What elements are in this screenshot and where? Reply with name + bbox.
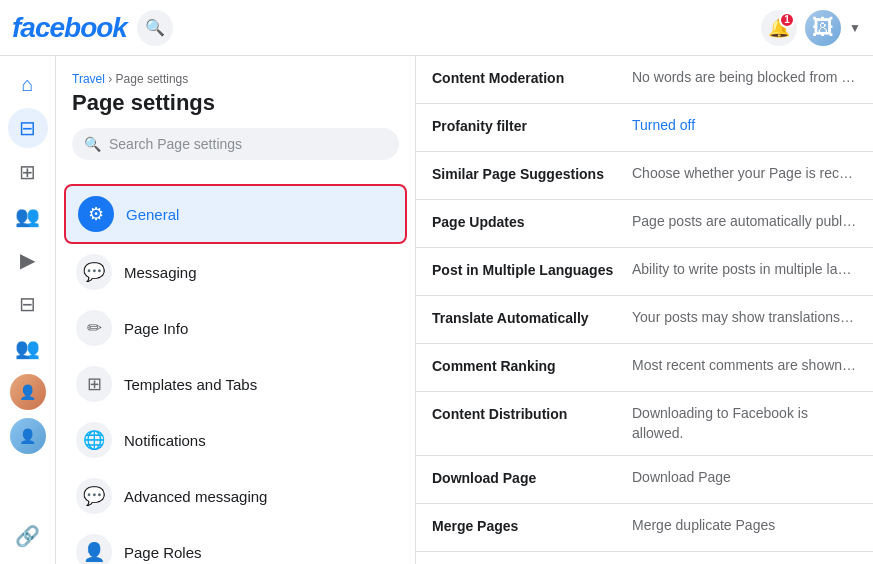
link-icon: 🔗 [15, 524, 40, 548]
label-merge-pages: Merge Pages [432, 516, 632, 534]
sidebar-item-watch[interactable]: ▶ [8, 240, 48, 280]
breadcrumb-separator: › [105, 72, 116, 86]
messaging-icon: 💬 [76, 254, 112, 290]
avatar-img-2: 👤 [19, 428, 36, 444]
video-icon: ▶ [20, 248, 35, 272]
value-download-page: Download Page [632, 468, 857, 488]
top-navigation: facebook 🔍 🔔 1 🖼 ▼ [0, 0, 873, 56]
sidebar-item-pages[interactable]: ⊟ [8, 108, 48, 148]
sidebar-item-messaging[interactable]: 💬 Messaging [64, 244, 407, 300]
general-label: General [126, 206, 179, 223]
avatar-image: 🖼 [812, 15, 834, 41]
setting-page-updates: Page Updates Page posts are automaticall… [416, 200, 873, 248]
menu-icon: ⊞ [19, 160, 36, 184]
chevron-down-icon: ▼ [849, 21, 861, 35]
messaging-label: Messaging [124, 264, 197, 281]
breadcrumb-current: Page settings [116, 72, 189, 86]
sidebar-item-groups[interactable]: 👥 [8, 328, 48, 368]
label-page-updates: Page Updates [432, 212, 632, 230]
general-icon: ⚙ [78, 196, 114, 232]
avatar-icon-1[interactable]: 👤 [10, 374, 46, 410]
sidebar-item-general[interactable]: ⚙ General [64, 184, 407, 244]
settings-sidebar: Travel › Page settings Page settings 🔍 ⚙… [56, 56, 416, 564]
value-similar-pages: Choose whether your Page is recommended … [632, 164, 857, 184]
setting-profanity-filter: Profanity filter Turned off [416, 104, 873, 152]
sidebar-item-page-info[interactable]: ✏ Page Info [64, 300, 407, 356]
gaming-icon: ⊟ [19, 292, 36, 316]
sidebar-nav: ⚙ General 💬 Messaging ✏ Page Info ⊞ Temp… [56, 176, 415, 564]
page-info-icon: ✏ [76, 310, 112, 346]
notification-badge: 1 [779, 12, 795, 28]
sidebar-item-gaming[interactable]: ⊟ [8, 284, 48, 324]
topnav-right: 🔔 1 🖼 ▼ [761, 10, 861, 46]
page-roles-icon: 👤 [76, 534, 112, 564]
value-multiple-languages: Ability to write posts in multiple langu… [632, 260, 857, 280]
label-content-moderation: Content Moderation [432, 68, 632, 86]
templates-icon: ⊞ [76, 366, 112, 402]
notifications-label: Notifications [124, 432, 206, 449]
page-title: Page settings [72, 90, 399, 116]
home-icon: ⌂ [21, 73, 33, 96]
groups-icon: 👥 [15, 336, 40, 360]
label-profanity-filter: Profanity filter [432, 116, 632, 134]
search-icon: 🔍 [84, 136, 101, 152]
avatar-img-1: 👤 [19, 384, 36, 400]
search-input[interactable] [109, 136, 387, 152]
search-box: 🔍 [72, 128, 399, 160]
label-translate: Translate Automatically [432, 308, 632, 326]
breadcrumb: Travel › Page settings [72, 72, 399, 86]
setting-comment-ranking: Comment Ranking Most recent comments are… [416, 344, 873, 392]
main-layout: ⌂ ⊟ ⊞ 👥 ▶ ⊟ 👥 👤 👤 🔗 [0, 56, 873, 564]
page-info-label: Page Info [124, 320, 188, 337]
setting-content-moderation: Content Moderation No words are being bl… [416, 56, 873, 104]
search-icon: 🔍 [145, 18, 165, 37]
advanced-messaging-icon: 💬 [76, 478, 112, 514]
pages-icon: ⊟ [19, 116, 36, 140]
notifications-icon: 🌐 [76, 422, 112, 458]
value-content-moderation: No words are being blocked from the Page… [632, 68, 857, 88]
value-profanity-filter: Turned off [632, 116, 857, 136]
user-avatar[interactable]: 🖼 [805, 10, 841, 46]
advanced-messaging-label: Advanced messaging [124, 488, 267, 505]
page-roles-label: Page Roles [124, 544, 202, 561]
setting-similar-pages: Similar Page Suggestions Choose whether … [416, 152, 873, 200]
avatar-icon-2[interactable]: 👤 [10, 418, 46, 454]
label-download-page: Download Page [432, 468, 632, 486]
setting-content-dist: Content Distribution Downloading to Face… [416, 392, 873, 456]
setting-translate: Translate Automatically Your posts may s… [416, 296, 873, 344]
sidebar-item-templates[interactable]: ⊞ Templates and Tabs [64, 356, 407, 412]
main-content: Content Moderation No words are being bl… [416, 56, 873, 564]
setting-download-page: Download Page Download Page [416, 456, 873, 504]
templates-label: Templates and Tabs [124, 376, 257, 393]
label-similar-pages: Similar Page Suggestions [432, 164, 632, 182]
icon-bar: ⌂ ⊟ ⊞ 👥 ▶ ⊟ 👥 👤 👤 🔗 [0, 56, 56, 564]
value-page-updates: Page posts are automatically published w… [632, 212, 857, 232]
setting-multiple-languages: Post in Multiple Languages Ability to wr… [416, 248, 873, 296]
label-comment-ranking: Comment Ranking [432, 356, 632, 374]
sidebar-item-link[interactable]: 🔗 [8, 516, 48, 556]
sidebar-item-friends[interactable]: 👥 [8, 196, 48, 236]
label-content-dist: Content Distribution [432, 404, 632, 422]
friends-icon: 👥 [15, 204, 40, 228]
value-comment-ranking: Most recent comments are shown for my Pa… [632, 356, 857, 376]
setting-remove-page: Remove Page Permanently delete Save chan… [416, 552, 873, 564]
sidebar-item-notifications[interactable]: 🌐 Notifications [64, 412, 407, 468]
sidebar-item-home[interactable]: ⌂ [8, 64, 48, 104]
breadcrumb-parent-link[interactable]: Travel [72, 72, 105, 86]
sidebar-item-advanced-messaging[interactable]: 💬 Advanced messaging [64, 468, 407, 524]
sidebar-item-page-roles[interactable]: 👤 Page Roles [64, 524, 407, 564]
value-content-dist: Downloading to Facebook is allowed. [632, 404, 857, 443]
search-button[interactable]: 🔍 [137, 10, 173, 46]
value-merge-pages: Merge duplicate Pages [632, 516, 857, 536]
sidebar-header: Travel › Page settings Page settings 🔍 [56, 56, 415, 176]
notifications-button[interactable]: 🔔 1 [761, 10, 797, 46]
value-translate: Your posts may show translations automat… [632, 308, 857, 328]
setting-merge-pages: Merge Pages Merge duplicate Pages [416, 504, 873, 552]
label-multiple-languages: Post in Multiple Languages [432, 260, 632, 278]
facebook-logo: facebook [12, 12, 127, 44]
sidebar-item-menu[interactable]: ⊞ [8, 152, 48, 192]
